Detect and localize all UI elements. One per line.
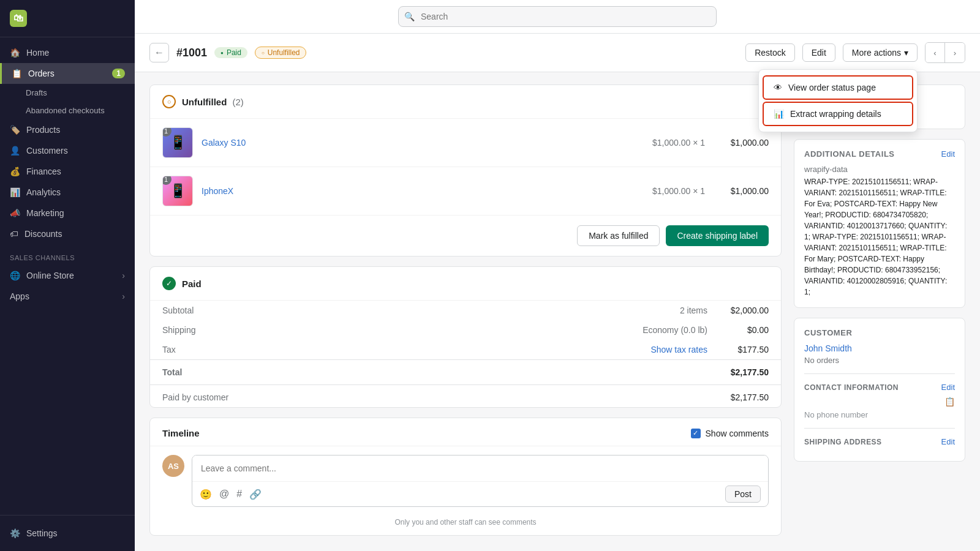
- sidebar-label-analytics: Analytics: [26, 187, 61, 197]
- customer-name[interactable]: John Smidth: [804, 343, 955, 353]
- content-grid: ○ Unfulfilled (2) 1: [135, 72, 980, 551]
- post-comment-button[interactable]: Post: [725, 485, 761, 503]
- sidebar-item-products[interactable]: 🏷️ Products: [0, 119, 135, 140]
- apps-label: Apps: [10, 291, 29, 301]
- product-link-galaxy[interactable]: Galaxy S10: [202, 138, 635, 148]
- header-actions: Restock Edit More actions ▾ 👁: [745, 42, 965, 63]
- paid-by-amount: $2,177.50: [720, 392, 769, 402]
- analytics-icon: 📊: [10, 187, 20, 197]
- subtotal-meta: 2 items: [680, 305, 707, 315]
- hashtag-icon[interactable]: #: [236, 489, 242, 500]
- sidebar-item-online-store[interactable]: 🌐 Online Store ›: [0, 265, 135, 286]
- shipping-amount: $0.00: [720, 325, 769, 335]
- subtotal-label: Subtotal: [162, 305, 680, 315]
- main-content: 🔍 ← #1001 Paid Unfulfilled Restock Edit: [135, 0, 980, 551]
- restock-button[interactable]: Restock: [745, 43, 795, 62]
- settings-label: Settings: [26, 528, 58, 538]
- contact-section: CONTACT INFORMATION Edit 📋 No phone numb…: [804, 373, 955, 419]
- attachment-icon[interactable]: 🔗: [249, 489, 262, 500]
- shipping-address-title: SHIPPING ADDRESS: [804, 438, 882, 446]
- sidebar-label-marketing: Marketing: [26, 208, 64, 218]
- sidebar-item-discounts[interactable]: 🏷 Discounts: [0, 223, 135, 244]
- sidebar-item-abandoned[interactable]: Abandoned checkouts: [26, 102, 135, 119]
- page-area: ← #1001 Paid Unfulfilled Restock Edit Mo…: [135, 34, 980, 551]
- dropdown-extract-wrapping[interactable]: 📊 Extract wrapping details: [763, 102, 913, 126]
- sidebar-item-analytics[interactable]: 📊 Analytics: [0, 182, 135, 203]
- paid-badge-text: Paid: [227, 48, 241, 57]
- additional-details-title: ADDITIONAL DETAILS: [804, 149, 895, 159]
- comment-input[interactable]: [192, 455, 768, 481]
- payment-row-paid-by: Paid by customer $2,177.50: [150, 384, 781, 407]
- back-button[interactable]: ←: [149, 43, 169, 62]
- sidebar-footer: ⚙️ Settings: [0, 515, 135, 551]
- orders-badge: 1: [112, 69, 125, 78]
- customer-content: Customer John Smidth No orders CONTACT I…: [794, 318, 965, 461]
- more-actions-dropdown: 👁 View order status page 📊 Extract wrapp…: [758, 69, 918, 132]
- sidebar-label-discounts: Discounts: [24, 229, 62, 239]
- galaxy-phone-icon: 📱: [170, 135, 186, 151]
- paid-check-icon: ✓: [162, 277, 176, 290]
- sidebar-item-customers[interactable]: 👤 Customers: [0, 140, 135, 161]
- create-shipping-label-button[interactable]: Create shipping label: [666, 225, 769, 246]
- product-link-iphone[interactable]: IphoneX: [202, 186, 635, 196]
- more-actions-button[interactable]: More actions ▾: [843, 43, 918, 62]
- show-comments-checkbox[interactable]: ✓: [691, 429, 701, 438]
- product-price-galaxy: $1,000.00 × 1: [644, 138, 705, 148]
- product-total-iphone: $1,000.00: [714, 186, 769, 196]
- additional-details-edit-link[interactable]: Edit: [941, 149, 955, 159]
- contact-header: CONTACT INFORMATION Edit: [804, 383, 955, 392]
- sidebar-label-home: Home: [26, 48, 49, 58]
- product-price-iphone: $1,000.00 × 1: [644, 186, 705, 196]
- sidebar-label-products: Products: [26, 125, 60, 135]
- total-label: Total: [162, 367, 707, 377]
- sidebar-item-marketing[interactable]: 📣 Marketing: [0, 203, 135, 223]
- shipping-edit-link[interactable]: Edit: [941, 437, 955, 446]
- payment-row-total: Total $2,177.50: [150, 359, 781, 384]
- more-actions-container: More actions ▾ 👁 View order status page: [843, 43, 918, 62]
- product-image-galaxy: 1 📱: [162, 127, 193, 158]
- sales-channels-label: Sales channels: [0, 244, 135, 265]
- sidebar-item-apps[interactable]: Apps ›: [0, 286, 135, 307]
- additional-details-card: ADDITIONAL DETAILS Edit wrapify-data WRA…: [794, 139, 965, 308]
- shipping-address-header: SHIPPING ADDRESS Edit: [804, 437, 955, 446]
- sidebar-orders-submenu: Drafts Abandoned checkouts: [0, 84, 135, 119]
- top-bar: 🔍: [135, 0, 980, 34]
- emoji-icon[interactable]: 🙂: [200, 489, 212, 500]
- shipping-meta: Economy (0.0 lb): [643, 325, 707, 335]
- products-icon: 🏷️: [10, 125, 20, 135]
- unfulfilled-title: Unfulfilled (2): [182, 97, 244, 107]
- unfulfilled-badge: Unfulfilled: [255, 47, 307, 59]
- sidebar-item-drafts[interactable]: Drafts: [26, 84, 135, 102]
- finances-icon: 💰: [10, 167, 20, 176]
- sidebar-label-orders: Orders: [28, 69, 55, 78]
- search-icon: 🔍: [404, 12, 415, 21]
- payment-header: ✓ Paid: [150, 267, 781, 301]
- next-order-button[interactable]: ›: [945, 43, 965, 62]
- customer-section-title: Customer: [804, 328, 955, 337]
- phone-icon-wrap: 📋: [804, 397, 955, 407]
- mention-icon[interactable]: @: [219, 489, 229, 500]
- sidebar-item-finances[interactable]: 💰 Finances: [0, 161, 135, 182]
- contact-edit-link[interactable]: Edit: [941, 383, 955, 392]
- total-amount: $2,177.50: [720, 367, 769, 377]
- tax-amount: $177.50: [720, 345, 769, 354]
- payment-title: Paid: [182, 279, 202, 289]
- prev-order-button[interactable]: ‹: [925, 43, 945, 62]
- sidebar-item-home[interactable]: 🏠 Home: [0, 42, 135, 63]
- customers-icon: 👤: [10, 146, 20, 156]
- payment-row-shipping: Shipping Economy (0.0 lb) $0.00: [150, 320, 781, 340]
- sidebar-item-settings[interactable]: ⚙️ Settings: [0, 523, 135, 544]
- sidebar-label-finances: Finances: [26, 167, 61, 176]
- product-total-galaxy: $1,000.00: [714, 138, 769, 148]
- sidebar-item-orders[interactable]: 📋 Orders 1: [0, 63, 135, 84]
- search-bar-container: 🔍: [398, 6, 717, 27]
- search-input[interactable]: [398, 6, 717, 27]
- edit-button[interactable]: Edit: [802, 43, 835, 62]
- abandoned-label: Abandoned checkouts: [26, 106, 105, 115]
- table-row: 1 📱 IphoneX $1,000.00 × 1 $1,000.00: [150, 167, 781, 216]
- show-tax-rates-link[interactable]: Show tax rates: [650, 345, 707, 354]
- show-comments-label: Show comments: [706, 429, 769, 438]
- mark-fulfilled-button[interactable]: Mark as fulfilled: [577, 225, 660, 246]
- show-comments-toggle[interactable]: ✓ Show comments: [691, 429, 769, 438]
- dropdown-view-order-status[interactable]: 👁 View order status page: [763, 75, 913, 100]
